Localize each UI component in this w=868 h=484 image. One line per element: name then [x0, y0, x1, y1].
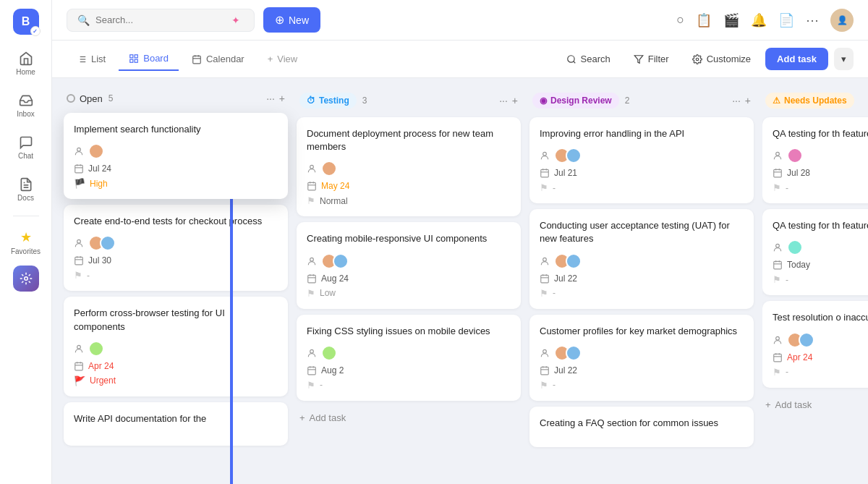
svg-rect-10 [135, 54, 137, 57]
card-customer-profiles[interactable]: Customer profiles for key market demogra… [529, 315, 754, 401]
filter-button[interactable]: Filter [625, 48, 678, 69]
svg-point-41 [310, 258, 314, 261]
column-add-icon[interactable]: + [745, 95, 751, 106]
calendar-icon [307, 365, 317, 375]
sidebar-item-inbox[interactable]: Inbox [7, 87, 45, 124]
file-icon[interactable]: 📄 [778, 12, 794, 28]
sidebar-item-chat[interactable]: Chat [7, 129, 45, 166]
priority-label: High [90, 179, 108, 189]
svg-point-56 [543, 258, 547, 261]
spaces-icon [20, 272, 33, 285]
avatar-group [88, 235, 116, 251]
calendar-icon [540, 365, 550, 375]
svg-rect-27 [75, 258, 83, 266]
card-faq[interactable]: Creating a FAQ section for common issues [529, 407, 754, 447]
card-qa-2[interactable]: QA testing for th feature Today ⚑ [762, 209, 868, 295]
search-box[interactable]: 🔍 ✦ [67, 9, 255, 32]
clipboard-icon[interactable]: 📋 [696, 12, 712, 28]
avatar-group [787, 148, 803, 164]
filter-icon [634, 54, 644, 64]
card-title: QA testing for th feature [773, 127, 868, 140]
avatar-group [321, 161, 337, 177]
avatar [799, 332, 814, 348]
card-implement-search[interactable]: Implement search functionality Jul 24 🏴 [64, 113, 288, 199]
sidebar-item-docs-label: Docs [17, 194, 34, 202]
card-date: Apr 24 [787, 352, 812, 362]
tab-add-view[interactable]: + View [258, 48, 308, 70]
card-mobile-responsive[interactable]: Creating mobile-responsive UI components… [297, 222, 521, 308]
add-task-dropdown[interactable]: ▾ [834, 48, 854, 70]
card-title: Perform cross-browser testing for UI com… [74, 307, 278, 333]
new-button[interactable]: ⊕ New [263, 7, 320, 33]
tab-board[interactable]: Board [119, 47, 179, 71]
svg-point-51 [543, 153, 547, 156]
user-icon [307, 256, 317, 266]
customize-button[interactable]: Customize [684, 48, 760, 69]
sidebar-item-docs[interactable]: Docs [7, 171, 45, 208]
svg-rect-12 [130, 59, 133, 62]
search-view-button[interactable]: Search [558, 48, 619, 69]
flag-icon: ⚑ [773, 182, 781, 193]
flag-icon: 🚩 [74, 375, 85, 386]
grid-icon[interactable]: ⋯ [806, 12, 819, 28]
sidebar-item-home[interactable]: Home [7, 45, 45, 82]
tab-list[interactable]: List [67, 48, 116, 70]
svg-point-26 [77, 240, 81, 244]
card-css-styling[interactable]: Fixing CSS styling issues on mobile devi… [297, 315, 521, 401]
card-qa-1[interactable]: QA testing for th feature Jul 28 ⚑ [762, 117, 868, 203]
priority-label: - [786, 367, 788, 377]
add-task-testing[interactable]: + Add task [297, 407, 521, 429]
inbox-icon [19, 93, 33, 108]
add-task-button[interactable]: Add task [765, 48, 828, 70]
sidebar-item-favorites[interactable]: ★ Favorites [7, 224, 45, 261]
user-icon [74, 146, 84, 156]
add-task-needs-updates[interactable]: + Add task [762, 394, 868, 416]
card-date: May 24 [321, 181, 349, 191]
card-uat[interactable]: Conducting user acceptance testing (UAT)… [529, 209, 754, 308]
column-add-icon[interactable]: + [512, 95, 518, 106]
user-icon [773, 335, 783, 345]
user-icon [773, 150, 783, 161]
open-label: Open [80, 93, 103, 104]
card-date: Jul 22 [554, 365, 577, 375]
gear-icon [692, 54, 702, 64]
card-title: Creating a FAQ section for common issues [540, 417, 744, 430]
needs-updates-icon: ⚠ [773, 95, 780, 106]
column-add-icon[interactable]: + [279, 93, 285, 104]
video-icon[interactable]: 🎬 [723, 12, 739, 28]
flag-icon: ⚑ [540, 380, 548, 391]
flag-icon: ⚑ [307, 195, 315, 206]
column-menu-icon[interactable]: ··· [732, 95, 741, 106]
tab-calendar[interactable]: Calendar [182, 48, 255, 70]
avatar-group [554, 345, 582, 361]
flag-icon: ⚑ [307, 288, 315, 299]
viewbar-actions: Search Filter Customize Add task ▾ [558, 48, 854, 70]
svg-rect-37 [308, 183, 316, 191]
card-api-error[interactable]: Improving error handling in the API Jul … [529, 117, 754, 203]
card-test-resolution[interactable]: Test resolution o inaccuracies Apr 24 [762, 301, 868, 387]
card-title: Document deployment process for new team… [307, 127, 511, 153]
open-dot [67, 94, 75, 103]
svg-rect-32 [75, 362, 83, 370]
card-api-docs[interactable]: Write API documentation for the [64, 402, 288, 446]
card-title: Create end-to-end tests for checkout pro… [74, 215, 278, 228]
chat-icon [19, 135, 33, 150]
bell-icon[interactable]: 🔔 [751, 12, 767, 28]
check-icon[interactable]: ○ [676, 12, 684, 27]
plus-icon: ⊕ [275, 13, 284, 27]
card-title: Conducting user acceptance testing (UAT)… [540, 219, 744, 245]
svg-rect-42 [308, 275, 316, 283]
card-deploy-doc[interactable]: Document deployment process for new team… [297, 117, 521, 216]
workspace-logo[interactable]: B ✓ [13, 9, 39, 35]
search-input[interactable] [95, 14, 226, 25]
card-e2e-tests[interactable]: Create end-to-end tests for checkout pro… [64, 205, 288, 291]
calendar-icon [307, 273, 317, 284]
column-menu-icon[interactable]: ··· [266, 93, 275, 104]
card-cross-browser[interactable]: Perform cross-browser testing for UI com… [64, 297, 288, 396]
svg-rect-67 [774, 170, 782, 178]
user-icon [773, 242, 783, 252]
column-menu-icon[interactable]: ··· [499, 95, 508, 106]
main-content: 🔍 ✦ ⊕ New ○ 📋 🎬 🔔 📄 ⋯ 👤 List [52, 0, 868, 484]
sidebar-item-spaces[interactable] [13, 266, 39, 292]
user-avatar[interactable]: 👤 [830, 9, 854, 32]
